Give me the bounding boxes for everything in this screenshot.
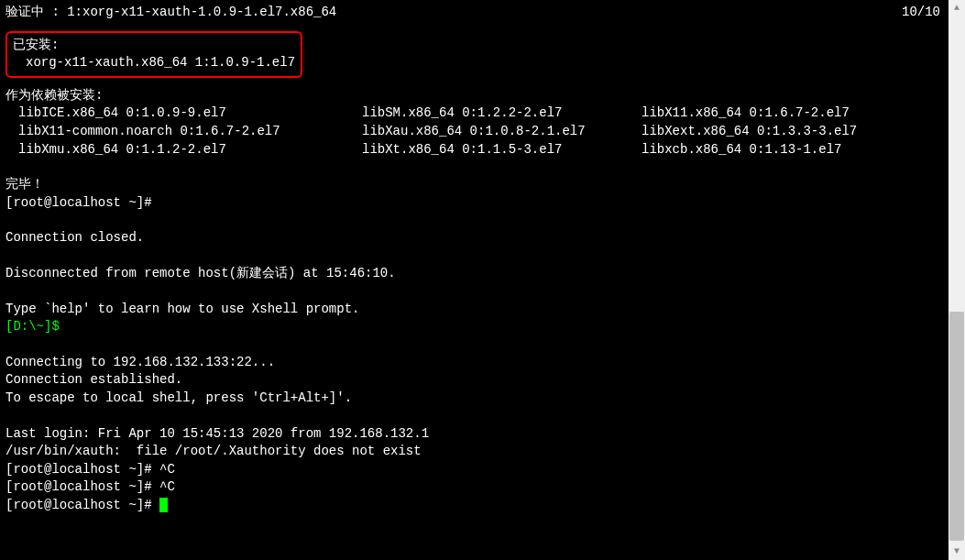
cursor-block: [159, 498, 168, 512]
connecting-line: Connecting to 192.168.132.133:22...: [5, 354, 938, 372]
terminal-output[interactable]: 验证中 : 1:xorg-x11-xauth-1.0.9-1.el7.x86_6…: [0, 0, 944, 560]
done-line: 完毕！: [5, 176, 938, 194]
dep-row: libX11-common.noarch 0:1.6.7-2.el7 libXa…: [5, 123, 938, 141]
prompt-ctrlc: [root@localhost ~]# ^C: [5, 478, 938, 497]
installed-package: xorg-x11-xauth.x86_64 1:1.0.9-1.el7: [13, 54, 295, 72]
dep-cell: libXext.x86_64 0:1.3.3-3.el7: [642, 123, 916, 141]
scroll-up-button[interactable]: ▲: [949, 0, 965, 16]
connection-established: Connection established.: [5, 371, 938, 390]
escape-line: To escape to local shell, press 'Ctrl+Al…: [5, 390, 938, 408]
dep-cell: libX11-common.noarch 0:1.6.7-2.el7: [18, 123, 362, 141]
scroll-down-button[interactable]: ▼: [949, 544, 965, 560]
help-line: Type `help' to learn how to use Xshell p…: [5, 301, 938, 319]
verify-count: 10/10: [902, 4, 940, 22]
last-login-line: Last login: Fri Apr 10 15:45:13 2020 fro…: [5, 425, 938, 444]
dep-cell: libXt.x86_64 0:1.1.5-3.el7: [362, 141, 642, 159]
verify-line: 验证中 : 1:xorg-x11-xauth-1.0.9-1.el7.x86_6…: [5, 4, 940, 22]
dep-row: libICE.x86_64 0:1.0.9-9.el7 libSM.x86_64…: [5, 104, 938, 123]
active-prompt-line[interactable]: [root@localhost ~]#: [5, 497, 938, 515]
scrollbar-thumb[interactable]: [949, 312, 964, 541]
dep-cell: libICE.x86_64 0:1.0.9-9.el7: [18, 104, 362, 123]
dep-cell: libSM.x86_64 0:1.2.2-2.el7: [362, 104, 642, 123]
dep-cell: libX11.x86_64 0:1.6.7-2.el7: [642, 104, 916, 123]
xauth-line: /usr/bin/xauth: file /root/.Xauthority d…: [5, 443, 938, 461]
verify-text: 验证中 : 1:xorg-x11-xauth-1.0.9-1.el7.x86_6…: [5, 4, 336, 22]
dep-cell: libXmu.x86_64 0:1.1.2-2.el7: [18, 141, 362, 159]
deps-header: 作为依赖被安装:: [5, 87, 938, 105]
disconnected-line: Disconnected from remote host(新建会话) at 1…: [5, 265, 938, 283]
installed-header: 已安装:: [13, 37, 295, 55]
prompt-text: [root@localhost ~]#: [5, 498, 159, 512]
prompt-ctrlc: [root@localhost ~]# ^C: [5, 461, 938, 479]
installed-highlight-box: 已安装: xorg-x11-xauth.x86_64 1:1.0.9-1.el7: [5, 31, 302, 78]
scrollbar-track[interactable]: ▲ ▼: [949, 0, 965, 560]
dep-cell: libXau.x86_64 0:1.0.8-2.1.el7: [362, 123, 642, 141]
connection-closed: Connection closed.: [5, 229, 938, 247]
dep-cell: libxcb.x86_64 0:1.13-1.el7: [642, 141, 916, 159]
prompt-line: [root@localhost ~]#: [5, 194, 938, 213]
dep-row: libXmu.x86_64 0:1.1.2-2.el7 libXt.x86_64…: [5, 141, 938, 159]
local-prompt: [D:\~]$: [5, 318, 938, 336]
